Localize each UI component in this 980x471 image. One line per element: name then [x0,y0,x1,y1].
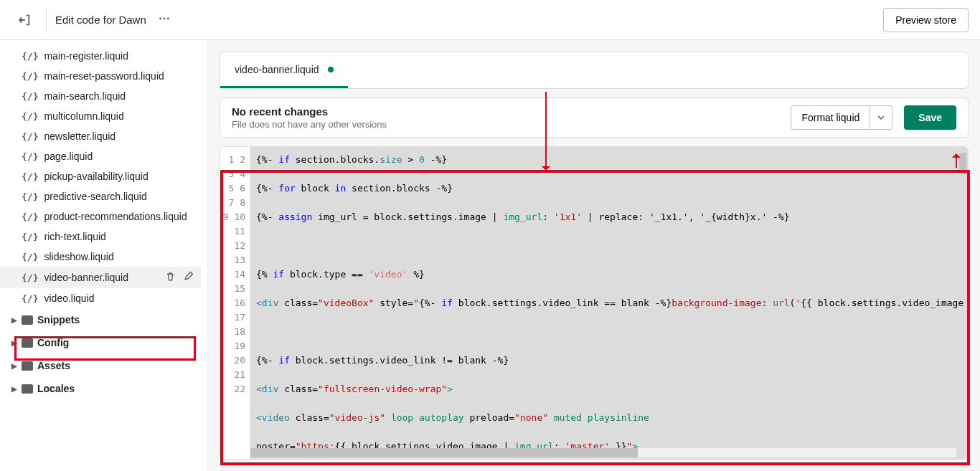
svg-point-1 [163,18,165,20]
file-name: product-recommendations.liquid [44,211,187,222]
folder-icon [22,315,33,325]
expand-icon: ▶ [11,316,17,324]
format-liquid-button[interactable]: Format liquid [791,105,870,130]
folder-icon [22,384,33,394]
tab-label: video-banner.liquid [235,64,319,75]
file-name: rich-text.liquid [44,231,105,242]
tab-video-banner[interactable]: video-banner.liquid [220,52,348,88]
liquid-file-icon: {/} [22,51,38,62]
code-editor[interactable]: 1 2 3 4 5 6 7 8 9 10 11 12 13 14 15 16 1… [220,146,969,460]
annotation-arrow-icon [956,155,957,168]
file-item[interactable]: {/}rich-text.liquid [0,227,201,247]
file-item[interactable]: {/}pickup-availability.liquid [0,166,201,186]
status-subtitle: File does not have any other versions [232,119,387,130]
more-menu-button[interactable] [158,12,171,27]
liquid-file-icon: {/} [22,252,38,262]
file-item[interactable]: {/}video-banner.liquid [0,267,201,288]
file-name: predictive-search.liquid [44,191,146,202]
expand-icon: ▶ [11,362,17,370]
liquid-file-icon: {/} [22,111,38,122]
folder-name: Config [37,337,69,348]
liquid-file-icon: {/} [22,293,38,304]
file-item[interactable]: {/}newsletter.liquid [0,126,201,146]
line-gutter: 1 2 3 4 5 6 7 8 9 10 11 12 13 14 15 16 1… [220,147,250,459]
format-dropdown-button[interactable] [870,105,892,130]
top-bar: Edit code for Dawn Preview store [0,0,980,40]
file-item[interactable]: {/}slideshow.liquid [0,247,201,267]
folder-name: Snippets [37,314,80,325]
chevron-down-icon [877,114,885,121]
svg-point-0 [159,18,161,20]
liquid-file-icon: {/} [22,71,38,82]
folder-icon [22,361,33,371]
file-name: newsletter.liquid [44,130,116,142]
file-name: main-search.liquid [44,90,126,102]
file-item[interactable]: {/}main-reset-password.liquid [0,66,201,86]
expand-icon: ▶ [11,339,17,347]
folder-name: Assets [37,360,70,371]
version-info: No recent changes File does not have any… [232,105,387,130]
liquid-file-icon: {/} [22,91,38,102]
svg-point-2 [167,18,169,20]
liquid-file-icon: {/} [22,211,38,222]
liquid-file-icon: {/} [22,232,38,242]
page-title: Edit code for Dawn [55,14,146,26]
annotation-arrow-icon [545,92,547,169]
file-item[interactable]: {/}page.liquid [0,146,201,166]
editor-toolbar: No recent changes File does not have any… [220,97,969,138]
tab-bar: video-banner.liquid [220,52,969,89]
file-name: pickup-availability.liquid [44,171,148,182]
folder-item[interactable]: ▶Config [0,331,207,354]
file-name: main-register.liquid [44,50,128,62]
folder-name: Locales [37,383,75,394]
exit-editor-button[interactable] [11,7,37,33]
preview-store-button[interactable]: Preview store [883,8,969,32]
horizontal-scrollbar[interactable] [250,448,956,457]
file-sidebar: {/}main-register.liquid{/}main-reset-pas… [0,40,208,471]
status-title: No recent changes [232,105,387,118]
folder-item[interactable]: ▶Assets [0,354,207,377]
code-area[interactable]: {%- if section.blocks.size > 0 -%} {%- f… [250,147,968,459]
file-name: video.liquid [44,292,94,304]
file-item[interactable]: {/}predictive-search.liquid [0,186,201,206]
liquid-file-icon: {/} [22,272,38,283]
liquid-file-icon: {/} [22,171,38,182]
delete-icon[interactable] [165,271,176,284]
folder-item[interactable]: ▶Snippets [0,308,207,331]
liquid-file-icon: {/} [22,151,38,162]
editor-content: video-banner.liquid No recent changes Fi… [208,40,980,471]
file-name: multicolumn.liquid [44,110,123,122]
file-item[interactable]: {/}video.liquid [0,288,201,308]
save-button[interactable]: Save [904,105,956,130]
file-item[interactable]: {/}main-search.liquid [0,86,201,106]
rename-icon[interactable] [183,271,194,284]
folder-item[interactable]: ▶Locales [0,377,207,400]
file-item[interactable]: {/}multicolumn.liquid [0,106,201,126]
liquid-file-icon: {/} [22,191,38,202]
divider [46,7,47,33]
expand-icon: ▶ [11,385,17,393]
file-name: main-reset-password.liquid [44,70,164,82]
file-item[interactable]: {/}main-register.liquid [0,46,201,66]
file-item[interactable]: {/}product-recommendations.liquid [0,206,201,227]
file-name: slideshow.liquid [44,251,113,262]
file-name: video-banner.liquid [44,272,128,283]
file-name: page.liquid [44,151,93,162]
folder-icon [22,338,33,348]
liquid-file-icon: {/} [22,131,38,142]
modified-indicator-icon [328,67,334,72]
